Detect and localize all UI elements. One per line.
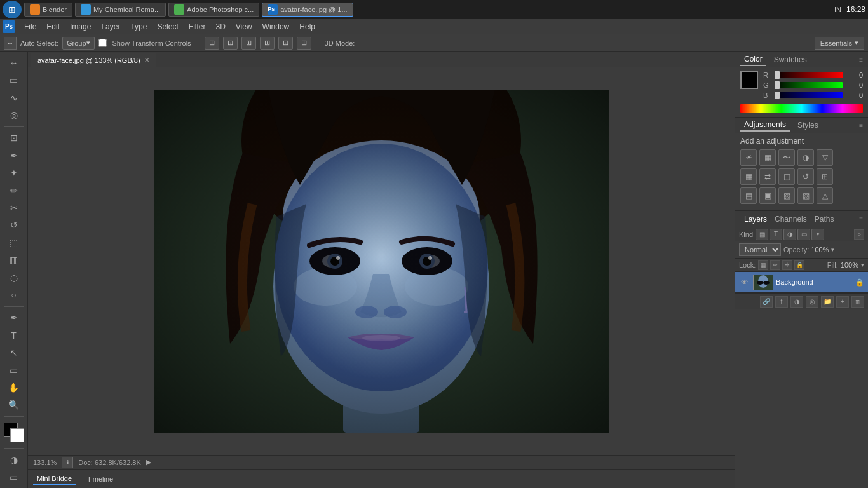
lock-image-btn[interactable]: ✏	[770, 260, 780, 270]
menu-image[interactable]: Image	[65, 21, 96, 32]
levels-adj-btn[interactable]: ▦	[759, 149, 776, 166]
essentials-dropdown[interactable]: Essentials ▾	[815, 37, 864, 50]
b-slider-thumb[interactable]	[775, 92, 780, 99]
new-adjustment-layer-btn[interactable]: ◎	[806, 296, 818, 308]
adjustments-panel-collapse[interactable]: ≡	[859, 122, 863, 129]
brush-tool[interactable]: ✏	[6, 182, 22, 198]
channels-tab[interactable]: Channels	[771, 214, 811, 225]
pen-tool[interactable]: ✒	[6, 310, 22, 326]
taskbar-photoshop[interactable]: Ps avatar-face.jpg @ 1...	[262, 3, 353, 17]
eraser-tool[interactable]: ⬚	[6, 234, 22, 250]
fill-expand[interactable]: ▾	[861, 262, 864, 268]
canvas-viewport[interactable]	[28, 67, 735, 455]
styles-tab[interactable]: Styles	[794, 119, 822, 131]
menu-type[interactable]: Type	[125, 21, 152, 32]
lock-all-btn[interactable]: 🔒	[794, 260, 804, 270]
selection-tool[interactable]: ▭	[6, 72, 22, 88]
timeline-tab[interactable]: Timeline	[83, 474, 117, 484]
quick-mask[interactable]: ◑	[6, 452, 22, 468]
menu-window[interactable]: Window	[257, 21, 295, 32]
lock-transparent-btn[interactable]: ▦	[758, 260, 768, 270]
shape-tool[interactable]: ▭	[6, 362, 22, 378]
taskbar-document[interactable]: My Chemical Roma...	[75, 3, 166, 17]
zoom-tool[interactable]: 🔍	[6, 397, 22, 413]
doc-info-expand[interactable]: ▶	[146, 458, 151, 466]
start-button[interactable]: ⊞	[3, 1, 22, 18]
layer-style-btn[interactable]: f	[775, 296, 788, 308]
align-left[interactable]: ⊞	[205, 37, 219, 50]
align-right[interactable]: ⊞	[241, 37, 256, 50]
paths-tab[interactable]: Paths	[811, 214, 838, 225]
blur-tool[interactable]: ◌	[6, 269, 22, 285]
swatches-tab[interactable]: Swatches	[770, 54, 811, 65]
threshold-adj-btn[interactable]: ▨	[778, 187, 795, 204]
move-tool[interactable]: ↔	[6, 55, 22, 71]
menu-help[interactable]: Help	[294, 21, 320, 32]
g-slider-thumb[interactable]	[775, 81, 780, 89]
transform-checkbox[interactable]	[98, 39, 107, 47]
eyedropper-tool[interactable]: ✒	[6, 147, 22, 163]
delete-layer-btn[interactable]: 🗑	[851, 296, 864, 308]
crop-tool[interactable]: ⊡	[6, 130, 22, 146]
hand-tool[interactable]: ✋	[6, 379, 22, 395]
b-slider-container[interactable]	[775, 92, 843, 98]
taskbar-blender[interactable]: Blender	[24, 3, 72, 17]
dodge-tool[interactable]: ○	[6, 287, 22, 302]
spot-heal-tool[interactable]: ✦	[6, 165, 22, 180]
bw-adj-btn[interactable]: ◫	[778, 168, 795, 185]
quick-select-tool[interactable]: ◎	[6, 107, 22, 123]
link-layers-btn[interactable]: 🔗	[760, 296, 773, 308]
background-layer[interactable]: 👁 Background 🔒	[735, 272, 868, 293]
group-dropdown[interactable]: Group ▾	[62, 37, 95, 50]
menu-layer[interactable]: Layer	[96, 21, 125, 32]
align-bottom[interactable]: ⊞	[297, 37, 311, 50]
colorbalance-adj-btn[interactable]: ⇄	[759, 168, 776, 185]
color-swatches[interactable]	[4, 423, 24, 442]
gradient-tool[interactable]: ▥	[6, 252, 22, 268]
history-brush[interactable]: ↺	[6, 217, 22, 233]
tab-close-btn[interactable]: ✕	[144, 57, 149, 64]
menu-file[interactable]: File	[19, 21, 41, 32]
filter-smart-btn[interactable]: ✦	[811, 229, 824, 240]
move-tool-icon[interactable]: ↔	[4, 37, 17, 50]
gradientmap-adj-btn[interactable]: △	[817, 187, 833, 204]
layer-visibility-toggle[interactable]: 👁	[739, 276, 750, 288]
taskbar-chrome[interactable]: Adobe Photoshop c...	[168, 3, 259, 17]
menu-filter[interactable]: Filter	[184, 21, 211, 32]
minibridge-tab[interactable]: Mini Bridge	[33, 473, 76, 485]
filter-type-btn[interactable]: T	[770, 229, 782, 240]
exposure-adj-btn[interactable]: ◑	[797, 149, 814, 166]
menu-select[interactable]: Select	[152, 21, 183, 32]
photofilter-adj-btn[interactable]: ↺	[797, 168, 814, 185]
posterize-adj-btn[interactable]: ▣	[759, 187, 776, 204]
lock-position-btn[interactable]: ✛	[782, 260, 792, 270]
r-slider-container[interactable]	[775, 72, 843, 78]
color-panel-collapse[interactable]: ≡	[859, 57, 863, 64]
new-group-btn[interactable]: 📁	[821, 296, 834, 308]
screen-mode[interactable]: ▭	[6, 470, 22, 485]
menu-edit[interactable]: Edit	[41, 21, 65, 32]
invert-adj-btn[interactable]: ▤	[740, 187, 757, 204]
color-tab[interactable]: Color	[740, 53, 766, 66]
align-center-v[interactable]: ⊡	[278, 37, 293, 50]
opacity-value[interactable]: 100%	[811, 246, 829, 254]
path-select[interactable]: ↖	[6, 344, 22, 360]
clone-tool[interactable]: ✂	[6, 200, 22, 215]
align-top[interactable]: ⊞	[260, 37, 275, 50]
lasso-tool[interactable]: ∿	[6, 90, 22, 105]
opacity-expand[interactable]: ▾	[831, 247, 834, 253]
layers-panel-collapse[interactable]: ≡	[859, 215, 863, 222]
fill-value[interactable]: 100%	[841, 261, 858, 269]
color-preview-fg[interactable]	[740, 71, 758, 89]
type-tool[interactable]: T	[6, 327, 22, 343]
layer-mask-btn[interactable]: ◑	[790, 296, 803, 308]
filter-shape-btn[interactable]: ▭	[797, 229, 810, 240]
channelmixer-adj-btn[interactable]: ⊞	[817, 168, 833, 185]
huesat-adj-btn[interactable]: ▦	[740, 168, 757, 185]
blend-mode-select[interactable]: Normal	[739, 243, 781, 256]
menu-3d[interactable]: 3D	[210, 21, 230, 32]
menu-view[interactable]: View	[231, 21, 257, 32]
layers-tab[interactable]: Layers	[740, 214, 771, 225]
filter-pixel-btn[interactable]: ▦	[756, 229, 768, 240]
vibrance-adj-btn[interactable]: ▽	[817, 149, 833, 166]
